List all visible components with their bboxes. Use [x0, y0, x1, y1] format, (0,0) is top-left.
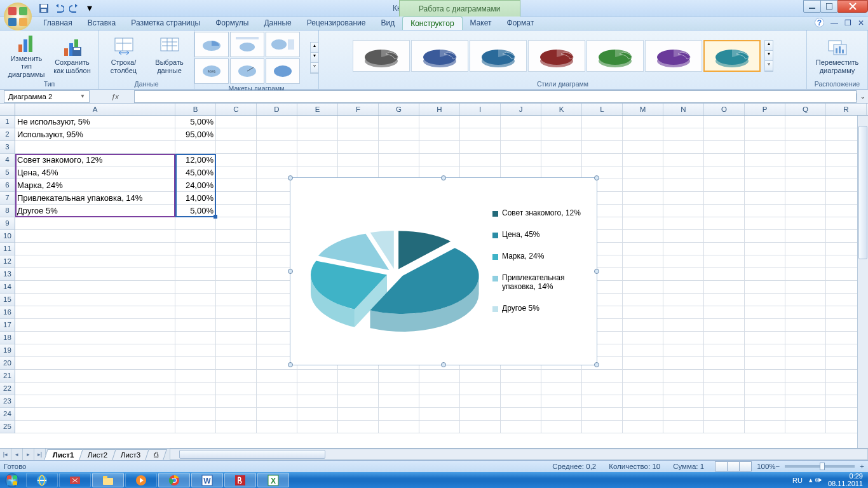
cell-O8[interactable]	[704, 205, 745, 217]
cell-M7[interactable]	[623, 192, 663, 205]
col-header-D[interactable]: D	[257, 104, 297, 115]
cell-M11[interactable]	[623, 243, 663, 255]
cell-B2[interactable]: 95,00%	[175, 128, 216, 141]
cell-A2[interactable]: Используют, 95%	[15, 128, 175, 141]
cell-G21[interactable]	[379, 370, 419, 383]
chart-style-swatch[interactable]	[587, 40, 644, 72]
cell-A14[interactable]	[15, 281, 175, 294]
row-header[interactable]: 24	[0, 408, 15, 421]
cell-F22[interactable]	[338, 383, 379, 395]
cell-O13[interactable]	[704, 268, 745, 281]
row-header[interactable]: 2	[0, 128, 15, 141]
col-header-A[interactable]: A	[15, 104, 175, 115]
cell-G2[interactable]	[379, 128, 419, 141]
row-header[interactable]: 5	[0, 166, 15, 179]
select-data-button[interactable]: Выбрать данные	[149, 37, 191, 74]
cell-I23[interactable]	[460, 395, 501, 408]
cell-D4[interactable]	[257, 154, 297, 166]
cell-P17[interactable]	[745, 319, 785, 332]
help-icon[interactable]: ?	[815, 18, 824, 27]
cell-F1[interactable]	[338, 116, 379, 128]
layouts-scroll[interactable]: ▴▾▿	[310, 42, 319, 74]
cell-O6[interactable]	[704, 179, 745, 192]
cell-G23[interactable]	[379, 395, 419, 408]
cell-B25[interactable]	[175, 421, 216, 433]
cell-O18[interactable]	[704, 332, 745, 344]
taskbar-explorer[interactable]	[92, 473, 124, 487]
cell-P24[interactable]	[745, 408, 785, 421]
row-header[interactable]: 19	[0, 344, 15, 357]
cell-E23[interactable]	[297, 395, 338, 408]
col-header-E[interactable]: E	[297, 104, 338, 115]
vertical-scrollbar[interactable]	[857, 116, 868, 448]
pie-plot[interactable]	[297, 184, 494, 356]
tab-insert[interactable]: Вставка	[80, 17, 124, 30]
cell-K2[interactable]	[541, 128, 582, 141]
cell-A12[interactable]	[15, 255, 175, 268]
cell-G4[interactable]	[379, 154, 419, 166]
cell-M25[interactable]	[623, 421, 663, 433]
tab-formulas[interactable]: Формулы	[208, 17, 256, 30]
cell-A22[interactable]	[15, 383, 175, 395]
col-header-B[interactable]: B	[175, 104, 216, 115]
worksheet[interactable]: ABCDEFGHIJKLMNOPQR 1Не используют, 5%5,0…	[0, 104, 868, 448]
sheet-nav-next[interactable]: ▸	[23, 449, 34, 460]
cell-H22[interactable]	[419, 383, 460, 395]
row-header[interactable]: 12	[0, 255, 15, 268]
taskbar-chrome[interactable]	[158, 473, 190, 487]
col-header-G[interactable]: G	[379, 104, 419, 115]
sheet-tab[interactable]: Лист1	[44, 449, 83, 460]
cell-N21[interactable]	[663, 370, 704, 383]
cell-E21[interactable]	[297, 370, 338, 383]
cell-A13[interactable]	[15, 268, 175, 281]
tray-clock[interactable]: 0:2908.11.2011	[828, 473, 863, 487]
cell-A10[interactable]	[15, 230, 175, 243]
cell-M22[interactable]	[623, 383, 663, 395]
cell-N10[interactable]	[663, 230, 704, 243]
cell-J2[interactable]	[501, 128, 541, 141]
cell-B9[interactable]	[175, 217, 216, 230]
cell-E2[interactable]	[297, 128, 338, 141]
cell-C5[interactable]	[216, 166, 257, 179]
cell-N12[interactable]	[663, 255, 704, 268]
row-header[interactable]: 13	[0, 268, 15, 281]
cell-M5[interactable]	[623, 166, 663, 179]
cell-I2[interactable]	[460, 128, 501, 141]
row-header[interactable]: 14	[0, 281, 15, 294]
legend-item[interactable]: Марка, 24%	[492, 252, 588, 261]
cell-B20[interactable]	[175, 357, 216, 370]
cell-B24[interactable]	[175, 408, 216, 421]
cell-G24[interactable]	[379, 408, 419, 421]
col-header-C[interactable]: C	[216, 104, 257, 115]
cell-O22[interactable]	[704, 383, 745, 395]
row-header[interactable]: 15	[0, 294, 15, 306]
legend-item[interactable]: Другое 5%	[492, 304, 588, 313]
cell-A16[interactable]	[15, 306, 175, 319]
cell-P25[interactable]	[745, 421, 785, 433]
styles-scroll[interactable]: ▴▾▿	[764, 40, 773, 72]
cell-K22[interactable]	[541, 383, 582, 395]
cell-P18[interactable]	[745, 332, 785, 344]
save-as-template-button[interactable]: Сохранить как шаблон	[51, 37, 93, 74]
cell-A6[interactable]: Марка, 24%	[15, 179, 175, 192]
cell-C7[interactable]	[216, 192, 257, 205]
cell-Q9[interactable]	[785, 217, 826, 230]
sheet-nav-first[interactable]: |◂	[0, 449, 11, 460]
cell-J24[interactable]	[501, 408, 541, 421]
tab-design[interactable]: Конструктор	[402, 17, 462, 30]
cell-Q10[interactable]	[785, 230, 826, 243]
cell-P9[interactable]	[745, 217, 785, 230]
cell-D2[interactable]	[257, 128, 297, 141]
cell-C8[interactable]	[216, 205, 257, 217]
qat-undo[interactable]	[52, 1, 66, 15]
cell-N11[interactable]	[663, 243, 704, 255]
cell-F2[interactable]	[338, 128, 379, 141]
cell-C3[interactable]	[216, 141, 257, 154]
cell-L3[interactable]	[582, 141, 623, 154]
cell-C24[interactable]	[216, 408, 257, 421]
cell-H25[interactable]	[419, 421, 460, 433]
cell-Q21[interactable]	[785, 370, 826, 383]
chart-legend[interactable]: Совет знакомого, 12%Цена, 45%Марка, 24%П…	[492, 208, 588, 325]
office-button[interactable]	[3, 1, 34, 32]
cell-O17[interactable]	[704, 319, 745, 332]
